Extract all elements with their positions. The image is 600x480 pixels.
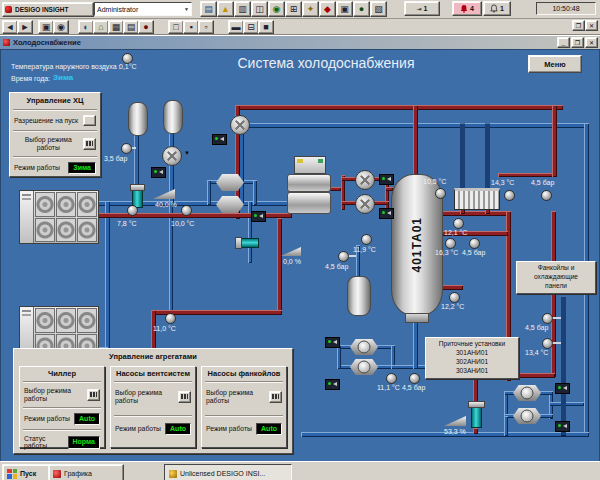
pipe-segment — [504, 416, 508, 436]
app-menu-button[interactable]: DESIGO INSIGHT — [2, 2, 94, 17]
pressure-sensor — [338, 251, 349, 262]
plate-heat-exchanger[interactable] — [454, 188, 500, 210]
nav-icon: ⇥ — [417, 5, 422, 12]
mode-label: Режим работы — [24, 415, 70, 423]
toolbar-icon-alarm-viewer[interactable]: ▲ — [217, 1, 234, 17]
workspace-close-button[interactable]: ✕ — [585, 20, 598, 31]
toolbar-icon-button[interactable]: ⊟ — [243, 20, 259, 34]
mode-select-label: Выбор режима работы — [115, 389, 178, 405]
window-titlebar[interactable]: Холодоснабжение _ ❐ ✕ — [0, 36, 600, 49]
condenser-pump-1[interactable] — [355, 170, 375, 190]
temperature-label: 14,3 °C — [491, 179, 514, 187]
fan-icon — [56, 308, 76, 333]
toolbar-icon-button[interactable]: ▫ — [198, 20, 214, 34]
user-select[interactable]: Administrator ▼ — [94, 2, 192, 16]
taskbar-item-desigo[interactable]: Unlicensed DESIGO INSI... — [164, 464, 292, 480]
start-button[interactable]: Пуск — [2, 464, 52, 480]
toolbar-icon-reaction[interactable]: ▣ — [336, 1, 353, 17]
chiller-unit[interactable] — [287, 156, 329, 214]
mode-select-button[interactable] — [178, 391, 191, 403]
mode-select-button[interactable] — [269, 391, 282, 403]
restore-button[interactable]: ❐ — [571, 37, 584, 48]
toolbar-icon-system[interactable]: ▤ — [200, 1, 217, 17]
workspace-restore-button[interactable]: ❐ — [572, 20, 585, 31]
minimize-button[interactable]: _ — [557, 37, 570, 48]
toolbar-icon-button[interactable]: ◄ — [2, 20, 18, 34]
temperature-label: 12,1 °C — [444, 229, 467, 237]
taskbar-item-label: Графика — [64, 470, 92, 477]
pipe-segment — [337, 345, 341, 369]
toolbar-icon-plant-viewer[interactable]: ▥ — [234, 1, 251, 17]
pipe-segment — [207, 180, 211, 205]
dry-cooler-1[interactable] — [19, 190, 99, 244]
toolbar-icon-button[interactable]: ◉ — [53, 20, 69, 34]
toolbar-icon-button[interactable]: ⌂ — [93, 20, 109, 34]
log-icon: ◆ — [324, 5, 331, 14]
fancoil-valve[interactable] — [471, 406, 482, 428]
toolbar-icon-button[interactable]: ▬ — [228, 20, 244, 34]
pump[interactable] — [162, 146, 182, 166]
page-icon: □ — [173, 23, 178, 32]
vent-pumps-subpanel: Насосы вентсистем Выбор режима работы Ре… — [110, 366, 196, 448]
alert-indicator[interactable]: 1 — [483, 1, 511, 16]
toolbar-icon-button[interactable]: ▪ — [183, 20, 199, 34]
fan-icon — [35, 192, 55, 217]
status-icon — [379, 174, 394, 185]
pressure-sensor — [121, 143, 132, 154]
condenser-pump-2[interactable] — [355, 194, 375, 214]
toolbar-icon-exit[interactable]: ▧ — [370, 1, 387, 17]
valve-actuator — [468, 401, 485, 408]
toolbar-icon-button[interactable]: ▣ — [38, 20, 54, 34]
toolbar-icon-object-viewer[interactable]: ◫ — [251, 1, 268, 17]
outside-temp-value: 0,1°C — [119, 63, 137, 71]
supply-unit-tag: 302АНИ01 — [427, 358, 517, 367]
valve-actuator — [235, 237, 242, 249]
toolbar-icon-button[interactable]: ► — [17, 20, 33, 34]
mode-select-button[interactable] — [87, 389, 100, 401]
toolbar-icon-button[interactable]: ■ — [258, 20, 274, 34]
stop-icon: ■ — [263, 23, 268, 32]
toolbar-icon-log-viewer[interactable]: ◆ — [319, 1, 336, 17]
indicator-light — [318, 159, 323, 163]
clock: 10:50:48 — [536, 2, 596, 15]
menu-button-label: Меню — [544, 60, 565, 69]
zoom-icon: ◐ — [83, 23, 88, 32]
toolbar-icon-button[interactable]: ◐ — [78, 20, 94, 34]
mode-select-button[interactable] — [83, 138, 96, 150]
vent-system-pump-2[interactable] — [350, 359, 378, 375]
toolbar-icon-trend-viewer[interactable]: ✦ — [302, 1, 319, 17]
chiller-control-panel — [294, 156, 326, 174]
toolbar-icon-button[interactable]: ▦ — [108, 20, 124, 34]
toolbar-icon-button[interactable]: ▤ — [123, 20, 139, 34]
fancoil-pump-2[interactable] — [513, 408, 541, 424]
pressure-label: 4,5 бар — [525, 324, 548, 332]
temperature-sensor — [504, 190, 515, 201]
menu-button[interactable]: Меню — [528, 55, 582, 73]
toolbar-icon-button[interactable]: □ — [168, 20, 184, 34]
alarm-indicator[interactable]: 4 — [452, 1, 482, 16]
tank-base — [405, 313, 429, 323]
valve-position-label: 40,0 % — [155, 201, 177, 209]
magnifier-icon: ◉ — [273, 5, 281, 14]
close-button[interactable]: ✕ — [585, 37, 598, 48]
pressure-sensor — [469, 238, 480, 249]
outside-temp-label: Температура наружного воздуха : — [11, 63, 120, 71]
print-icon: ▪ — [189, 23, 192, 32]
toolbar-icon-button[interactable]: ● — [138, 20, 154, 34]
vent-system-pump-1[interactable] — [350, 339, 378, 355]
supply-unit-tag: 303АНИ01 — [427, 367, 517, 376]
navigation-counter[interactable]: ⇥ 1 — [404, 1, 440, 16]
permission-indicator-icon — [83, 115, 96, 126]
taskbar-item-graphics[interactable]: Графика — [48, 464, 124, 480]
dry-cooler-control-panel — [20, 191, 34, 243]
toolbar-icon-magnifier[interactable]: ◉ — [268, 1, 285, 17]
home-icon: ⌂ — [98, 23, 103, 32]
toolbar-icon-calendar[interactable]: ● — [353, 1, 370, 17]
toolbar-icon-time-scheduler[interactable]: ⊞ — [285, 1, 302, 17]
fancoil-pump-1[interactable] — [513, 385, 541, 401]
window-title: Холодоснабжение — [13, 38, 81, 47]
pressure-sensor — [542, 313, 553, 324]
bypass-valve[interactable] — [241, 238, 259, 248]
valve-position-label: 53,3 % — [444, 428, 466, 436]
pump[interactable] — [230, 115, 250, 135]
